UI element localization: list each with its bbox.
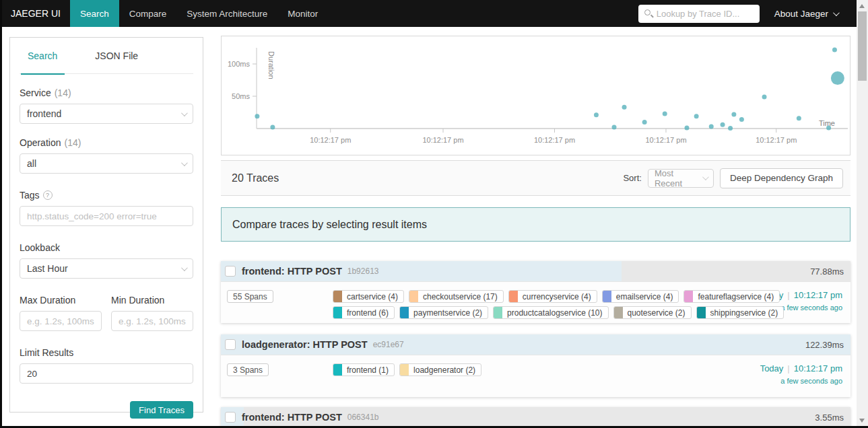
trace-time: 10:12:17 pm: [794, 290, 842, 300]
chevron-down-icon: [181, 159, 188, 166]
service-select[interactable]: frontend: [20, 104, 193, 124]
page-scrollbar[interactable]: [857, 0, 868, 428]
trace-data-point[interactable]: [642, 120, 647, 124]
trace-header-content: frontend: HTTP POST066341b3.55ms: [221, 407, 850, 427]
operation-select[interactable]: all: [20, 153, 193, 174]
trace-result-item[interactable]: frontend: HTTP POST1b9261377.88ms55 Span…: [221, 261, 850, 323]
service-tag-chip[interactable]: emailservice (4): [602, 290, 679, 303]
service-tag-chip[interactable]: featureflagservice (4): [683, 290, 780, 303]
trace-data-point[interactable]: [739, 117, 744, 122]
scroll-up-arrow-icon[interactable]: [859, 4, 865, 8]
service-tag-chip[interactable]: shippingservice (2): [696, 306, 784, 319]
lookback-label: Lookback: [20, 242, 193, 253]
trace-data-point[interactable]: [612, 125, 617, 130]
x-tick-label: 10:12:17 pm: [645, 136, 686, 144]
trace-data-point[interactable]: [826, 126, 831, 131]
about-jaeger-menu[interactable]: About Jaeger: [774, 9, 838, 19]
trace-data-point[interactable]: [270, 125, 275, 130]
service-tag-row: frontend (6)paymentservice (2)productcat…: [333, 306, 784, 319]
window-left-border: [0, 0, 2, 428]
service-tag-chip[interactable]: paymentservice (2): [399, 306, 488, 319]
x-axis-title: Time: [819, 119, 835, 127]
service-tag-label: checkoutservice (17): [418, 292, 503, 301]
service-tag-chip[interactable]: loadgenerator (2): [399, 363, 481, 376]
x-tick-label: 10:12:17 pm: [756, 136, 797, 144]
duration-scatter-chart[interactable]: 50ms100ms10:12:17 pm10:12:17 pm10:12:17 …: [221, 36, 850, 155]
nav-tab-search[interactable]: Search: [70, 0, 119, 27]
trace-data-point[interactable]: [721, 122, 725, 127]
trace-data-point[interactable]: [255, 114, 259, 118]
tab-search[interactable]: Search: [28, 38, 57, 74]
trace-select-checkbox[interactable]: [225, 412, 236, 423]
scroll-down-arrow-icon[interactable]: [859, 419, 865, 423]
trace-data-point[interactable]: [728, 126, 733, 131]
trace-result-item[interactable]: frontend: HTTP POST066341b3.55ms: [221, 407, 850, 427]
service-color-swatch: [603, 290, 611, 303]
lookback-select[interactable]: Last Hour: [20, 258, 193, 279]
tab-json-file[interactable]: JSON File: [95, 38, 138, 74]
trace-data-point[interactable]: [684, 126, 689, 131]
trace-data-point[interactable]: [694, 114, 699, 118]
trace-data-point[interactable]: [594, 112, 599, 117]
nav-tab-system-architecture[interactable]: System Architecture: [176, 0, 277, 27]
nav-tab-compare[interactable]: Compare: [119, 0, 177, 27]
service-tag-chip[interactable]: checkoutservice (17): [409, 290, 504, 303]
service-tag-chip[interactable]: quoteservice (2): [613, 306, 692, 319]
trace-data-point[interactable]: [663, 111, 667, 116]
date-separator: |: [783, 363, 793, 373]
limit-results-label: Limit Results: [20, 347, 193, 358]
service-tag-chip[interactable]: productcatalogservice (10): [493, 306, 608, 319]
service-tag-chip[interactable]: currencyservice (4): [508, 290, 597, 303]
trace-data-point[interactable]: [762, 94, 767, 99]
date-separator: |: [783, 290, 793, 300]
trace-duration: 3.55ms: [815, 413, 844, 423]
trace-result-item[interactable]: loadgenerator: HTTP POSTec91e67122.39ms3…: [221, 334, 850, 397]
app-brand[interactable]: JAEGER UI: [0, 8, 70, 19]
y-tick-label: 50ms: [232, 92, 250, 100]
trace-data-point[interactable]: [831, 71, 844, 85]
service-tag-chip[interactable]: cartservice (4): [333, 290, 404, 303]
trace-select-checkbox[interactable]: [225, 339, 236, 350]
search-panel-tabs: Search JSON File: [20, 38, 193, 74]
trace-data-point[interactable]: [709, 124, 714, 129]
trace-data-point[interactable]: [622, 105, 627, 110]
trace-id-search-input[interactable]: [638, 5, 760, 23]
trace-date: Today: [760, 363, 784, 373]
service-tag-label: currencyservice (4): [518, 292, 597, 301]
service-color-swatch: [333, 363, 342, 376]
search-icon: [644, 9, 650, 15]
trace-result-header[interactable]: frontend: HTTP POST1b9261377.88ms: [221, 261, 850, 281]
limit-results-input[interactable]: [20, 363, 193, 384]
find-traces-button[interactable]: Find Traces: [130, 401, 193, 419]
tags-input[interactable]: [20, 206, 193, 226]
trace-data-point[interactable]: [797, 116, 801, 120]
operation-label: Operation(14): [20, 137, 193, 148]
service-tag-chip[interactable]: frontend (6): [333, 306, 395, 319]
trace-id: ec91e67: [373, 340, 404, 349]
trace-result-header[interactable]: frontend: HTTP POST066341b3.55ms: [221, 407, 850, 427]
trace-date-line[interactable]: Today|10:12:17 pm: [760, 363, 842, 373]
help-icon[interactable]: ?: [43, 190, 53, 200]
service-tag-chip[interactable]: frontend (1): [333, 363, 395, 376]
sort-select[interactable]: Most Recent: [648, 169, 714, 188]
service-tag-label: frontend (1): [342, 365, 394, 375]
chevron-down-icon: [181, 110, 188, 116]
trace-time: 10:12:17 pm: [794, 363, 842, 373]
trace-select-checkbox[interactable]: [225, 266, 236, 277]
top-navbar: JAEGER UI Search Compare System Architec…: [0, 0, 857, 27]
scrollbar-thumb[interactable]: [858, 11, 867, 81]
trace-data-point[interactable]: [832, 47, 837, 52]
x-tick-label: 10:12:17 pm: [422, 136, 463, 144]
max-duration-input[interactable]: [20, 311, 102, 331]
trace-result-body: 3 Spansfrontend (1)loadgenerator (2)Toda…: [221, 355, 850, 397]
service-color-swatch: [697, 306, 706, 319]
deep-dependency-graph-button[interactable]: Deep Dependency Graph: [720, 168, 843, 188]
service-color-swatch: [333, 306, 342, 319]
nav-tab-monitor[interactable]: Monitor: [277, 0, 328, 27]
service-tag-label: emailservice (4): [611, 292, 679, 301]
service-label: Service(14): [20, 87, 193, 98]
about-jaeger-label: About Jaeger: [774, 9, 828, 19]
trace-data-point[interactable]: [731, 112, 736, 116]
min-duration-input[interactable]: [111, 311, 193, 331]
trace-result-header[interactable]: loadgenerator: HTTP POSTec91e67122.39ms: [221, 334, 850, 355]
